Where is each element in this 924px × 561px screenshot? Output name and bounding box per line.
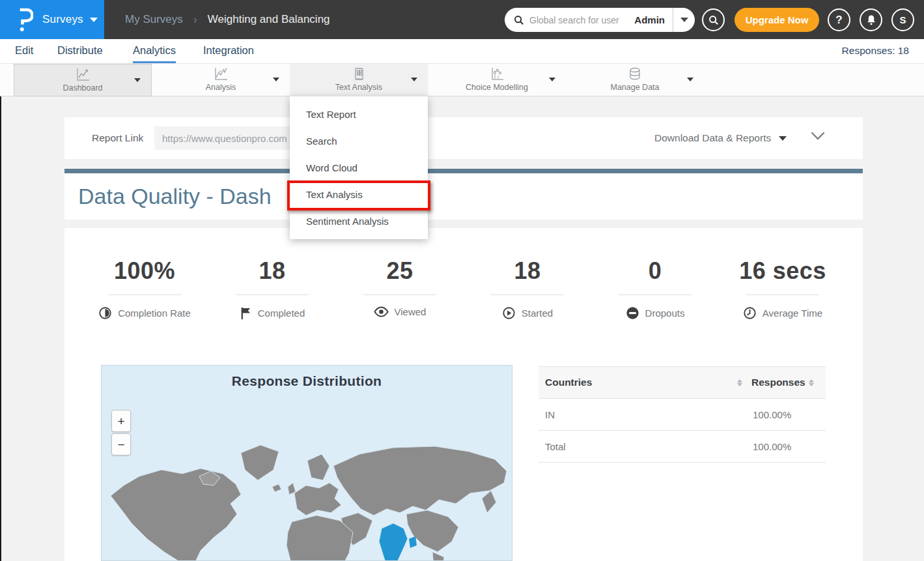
chevron-down-icon <box>779 136 787 141</box>
stat-label: Started <box>522 308 553 319</box>
sort-icon[interactable] <box>737 379 742 386</box>
global-search-input[interactable] <box>529 8 632 32</box>
toolbar-tab-label: Analysis <box>152 83 290 92</box>
nav-tab-distribute[interactable]: Distribute <box>57 39 103 63</box>
notifications-button[interactable] <box>860 8 882 31</box>
greenland-region <box>241 445 279 480</box>
table-row: Total 100.00% <box>539 431 826 463</box>
japan-region <box>482 491 496 513</box>
chevron-down-icon <box>411 78 417 81</box>
toolbar-tab-label: Text Analysis <box>290 83 428 92</box>
analytics-toolbar: Dashboard Analysis Text Analysis Choice … <box>0 64 924 96</box>
report-link-label: Report Link <box>92 117 143 159</box>
scatter-bars-icon <box>428 67 566 81</box>
minus-circle-icon <box>626 306 639 320</box>
north-america-region <box>111 468 241 561</box>
nav-tab-edit[interactable]: Edit <box>15 39 33 63</box>
chevron-down-icon <box>687 78 693 81</box>
toolbar-tab-choice-modelling[interactable]: Choice Modelling <box>428 64 566 96</box>
download-data-reports-label: Download Data & Reports <box>654 132 771 144</box>
stat-value: 100% <box>81 257 208 285</box>
india-northeast-highlighted <box>409 536 417 548</box>
divider <box>236 295 309 295</box>
nav-tab-integration[interactable]: Integration <box>203 39 254 63</box>
stat-started: 18 Started <box>464 257 591 323</box>
stat-value: 18 <box>208 257 336 285</box>
menu-item-sentiment-analysis[interactable]: Sentiment Analysis <box>290 208 428 235</box>
india-region-highlighted[interactable] <box>379 523 408 561</box>
stat-label: Viewed <box>395 306 427 317</box>
toolbar-tab-dashboard[interactable]: Dashboard <box>14 64 152 96</box>
page-title: Data Quality - Dash <box>78 173 272 220</box>
stat-label: Average Time <box>763 308 822 319</box>
column-header-responses[interactable]: Responses <box>744 377 809 388</box>
divider <box>746 295 819 295</box>
survey-nav: Edit Distribute Analytics Integration Re… <box>0 39 924 64</box>
header-search-button[interactable] <box>702 8 725 31</box>
toolbar-tab-text-analysis[interactable]: Text Analysis <box>290 64 428 96</box>
menu-item-text-report[interactable]: Text Report <box>290 101 428 128</box>
bell-icon <box>866 14 876 25</box>
search-scope-dropdown[interactable] <box>673 8 695 32</box>
top-header: Surveys My Surveys › Weighting and Balan… <box>0 0 924 39</box>
menu-item-search[interactable]: Search <box>290 128 428 154</box>
dashboard-card: 100% Completion Rate 18 Completed <box>64 228 863 561</box>
scandinavia-region <box>307 454 329 480</box>
menu-item-word-cloud[interactable]: Word Cloud <box>290 154 428 181</box>
divider <box>363 295 436 295</box>
section-accent-bar <box>64 169 863 173</box>
play-circle-icon <box>502 306 516 320</box>
chevron-down-icon <box>680 18 688 22</box>
document-grid-icon <box>290 67 428 81</box>
asia-region <box>333 446 507 515</box>
stat-value: 25 <box>336 257 464 285</box>
product-label: Surveys <box>42 13 83 26</box>
stat-viewed: 25 Viewed <box>336 257 464 323</box>
sort-icon[interactable] <box>809 379 814 386</box>
toolbar-tab-label: Dashboard <box>14 83 151 93</box>
map-zoom-in-button[interactable]: + <box>111 410 131 432</box>
breadcrumb-my-surveys[interactable]: My Surveys <box>125 13 183 26</box>
collapse-section-chevron[interactable] <box>811 132 825 141</box>
page-title-card: Data Quality - Dash <box>64 173 863 220</box>
breadcrumb: My Surveys › Weighting and Balancing <box>125 0 330 39</box>
world-map[interactable] <box>102 431 512 561</box>
menu-item-text-analysis[interactable]: Text Analysis <box>290 181 428 208</box>
map-zoom-out-button[interactable]: − <box>111 433 131 455</box>
upgrade-now-button[interactable]: Upgrade Now <box>735 8 819 32</box>
stat-value: 0 <box>591 257 719 285</box>
questionpro-analytics-dashboard: Surveys My Surveys › Weighting and Balan… <box>0 0 924 561</box>
database-icon <box>566 67 704 81</box>
search-icon <box>505 8 529 32</box>
text-analysis-dropdown-menu: Text Report Search Word Cloud Text Analy… <box>290 96 428 239</box>
user-avatar[interactable]: S <box>891 8 914 31</box>
column-header-countries[interactable]: Countries <box>539 377 737 388</box>
help-button[interactable]: ? <box>828 8 850 31</box>
nav-tab-analytics[interactable]: Analytics <box>133 39 176 63</box>
toolbar-tab-analysis[interactable]: Analysis <box>152 64 290 96</box>
search-scope-label[interactable]: Admin <box>632 8 673 32</box>
download-data-reports-dropdown[interactable]: Download Data & Reports <box>654 117 787 159</box>
map-zoom-controls: + − <box>111 410 131 455</box>
europe-region <box>294 483 341 515</box>
line-chart-icon <box>14 68 151 82</box>
chevron-down-icon <box>549 78 555 81</box>
stat-label: Completion Rate <box>118 308 191 319</box>
breadcrumb-survey-name: Weighting and Balancing <box>208 13 330 26</box>
countries-table-header: Countries Responses <box>539 366 826 399</box>
divider <box>491 295 564 295</box>
stat-completed: 18 Completed <box>208 257 336 323</box>
multi-line-chart-icon <box>152 67 290 81</box>
stat-average-time: 16 secs Average Time <box>719 257 847 323</box>
product-switcher[interactable]: Surveys <box>0 0 104 39</box>
flag-icon <box>240 306 252 320</box>
map-title: Response Distribution <box>102 373 512 389</box>
stat-completion-rate: 100% Completion Rate <box>81 257 208 323</box>
breadcrumb-separator-icon: › <box>193 13 197 27</box>
table-row: IN 100.00% <box>539 399 826 431</box>
responses-cell: 100.00% <box>745 441 791 452</box>
half-circle-icon <box>98 306 112 320</box>
iceland-region <box>272 484 281 492</box>
stat-label: Dropouts <box>645 308 685 319</box>
toolbar-tab-manage-data[interactable]: Manage Data <box>566 64 704 96</box>
